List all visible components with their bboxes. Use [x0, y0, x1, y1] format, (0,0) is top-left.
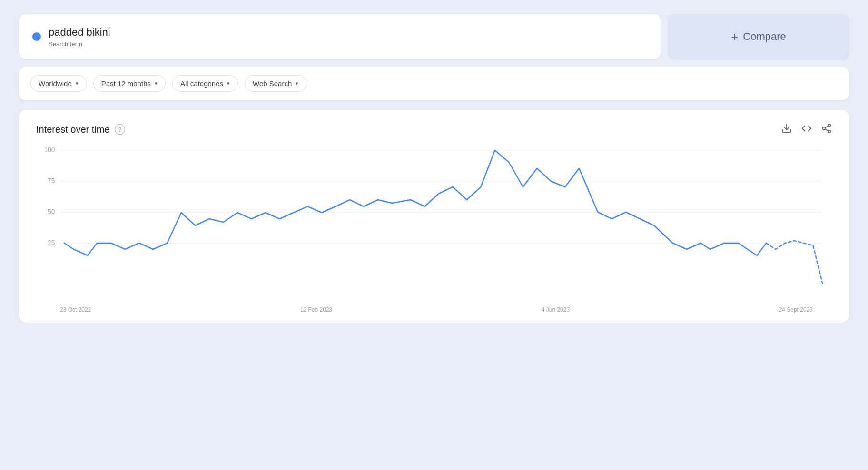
chart-card: Interest over time ? 100 75: [19, 110, 849, 323]
svg-text:25: 25: [48, 238, 55, 246]
region-filter[interactable]: Worldwide ▾: [30, 75, 87, 92]
search-type-filter[interactable]: Web Search ▾: [245, 75, 306, 92]
embed-icon[interactable]: [801, 123, 812, 136]
filters-card: Worldwide ▾ Past 12 months ▾ All categor…: [19, 67, 849, 100]
trend-chart: 100 75 50 25: [36, 141, 832, 303]
categories-chevron-icon: ▾: [227, 80, 230, 87]
svg-text:75: 75: [48, 176, 55, 184]
compare-card[interactable]: + Compare: [668, 14, 849, 59]
period-chevron-icon: ▾: [155, 80, 158, 87]
search-term-label: Search term: [49, 40, 110, 48]
search-term-title: padded bikini: [49, 26, 110, 39]
categories-label: All categories: [180, 79, 223, 88]
x-label-1: 23 Oct 2022: [60, 306, 91, 313]
categories-filter[interactable]: All categories ▾: [172, 75, 238, 92]
search-term-text: padded bikini Search term: [49, 26, 110, 48]
period-label: Past 12 months: [101, 79, 151, 88]
chart-title: Interest over time: [36, 124, 110, 135]
svg-text:50: 50: [48, 207, 55, 215]
x-label-3: 4 Jun 2023: [542, 306, 570, 313]
svg-line-4: [825, 129, 828, 131]
x-axis-labels: 23 Oct 2022 12 Feb 2023 4 Jun 2023 24 Se…: [36, 303, 832, 313]
chart-actions: [781, 123, 832, 136]
svg-line-5: [825, 126, 828, 128]
search-type-label: Web Search: [253, 79, 292, 88]
svg-text:100: 100: [44, 146, 55, 153]
search-term-card: padded bikini Search term: [19, 14, 661, 59]
download-icon[interactable]: [781, 123, 792, 136]
compare-plus-icon: +: [731, 30, 738, 43]
share-icon[interactable]: [821, 123, 832, 136]
region-chevron-icon: ▾: [76, 80, 79, 87]
period-filter[interactable]: Past 12 months ▾: [93, 75, 166, 92]
chart-title-wrap: Interest over time ?: [36, 124, 125, 135]
x-label-4: 24 Sept 2023: [779, 306, 813, 313]
x-label-2: 12 Feb 2023: [300, 306, 332, 313]
search-type-chevron-icon: ▾: [296, 80, 298, 87]
chart-area: 100 75 50 25: [36, 141, 832, 303]
chart-header: Interest over time ?: [36, 123, 832, 136]
help-icon[interactable]: ?: [115, 124, 125, 135]
region-label: Worldwide: [39, 79, 72, 88]
search-term-dot: [32, 32, 41, 41]
compare-label: Compare: [743, 30, 786, 43]
